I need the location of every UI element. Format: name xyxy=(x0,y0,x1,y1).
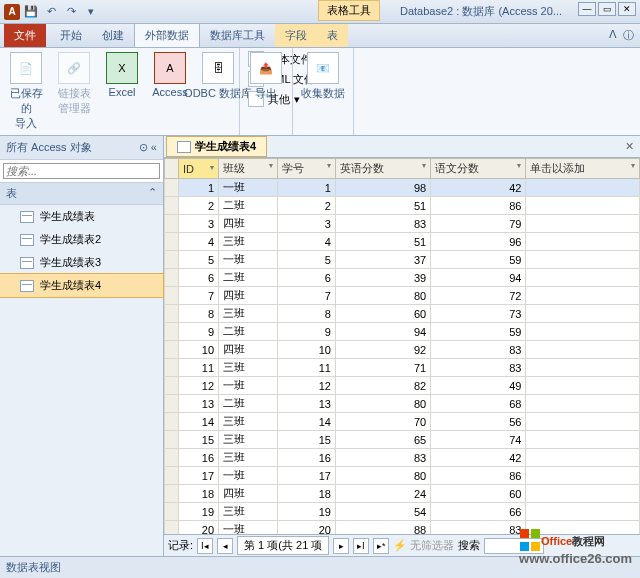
window-title: Database2 : 数据库 (Access 20... xyxy=(400,4,580,19)
nav-item[interactable]: 学生成绩表2 xyxy=(0,228,163,251)
restore-button[interactable]: ▭ xyxy=(598,2,616,16)
nav-last-button[interactable]: ▸Ⅰ xyxy=(353,538,369,554)
table-row[interactable]: 1一班19842 xyxy=(165,179,640,197)
column-dropdown-icon[interactable]: ▾ xyxy=(269,161,273,170)
qat-save-icon[interactable]: 💾 xyxy=(22,3,40,21)
nav-dropdown-icon[interactable]: ⊙ « xyxy=(139,141,157,154)
import-excel-button[interactable]: X Excel xyxy=(102,50,142,100)
column-dropdown-icon[interactable]: ▾ xyxy=(422,161,426,170)
saved-imports-icon: 📄 xyxy=(10,52,42,84)
table-row[interactable]: 6二班63994 xyxy=(165,269,640,287)
column-dropdown-icon[interactable]: ▾ xyxy=(210,163,214,172)
object-tab[interactable]: 学生成绩表4 xyxy=(166,136,267,157)
collect-icon: 📧 xyxy=(307,52,339,84)
row-selector[interactable] xyxy=(165,323,179,341)
row-selector[interactable] xyxy=(165,521,179,535)
collect-data-button[interactable]: 📧 收集数据 xyxy=(299,50,347,103)
table-row[interactable]: 17一班178086 xyxy=(165,467,640,485)
qat-more-icon[interactable]: ▾ xyxy=(82,3,100,21)
help-icon[interactable]: ⓘ xyxy=(623,28,634,43)
nav-new-button[interactable]: ▸* xyxy=(373,538,389,554)
column-header[interactable]: ID▾ xyxy=(179,159,219,179)
tab-fields[interactable]: 字段 xyxy=(275,24,317,47)
close-tab-icon[interactable]: ✕ xyxy=(619,140,640,153)
row-selector[interactable] xyxy=(165,449,179,467)
row-selector[interactable] xyxy=(165,359,179,377)
export-button[interactable]: 📤 导出 xyxy=(246,50,286,103)
table-row[interactable]: 13二班138068 xyxy=(165,395,640,413)
table-row[interactable]: 10四班109283 xyxy=(165,341,640,359)
row-selector[interactable] xyxy=(165,179,179,197)
datasheet-grid[interactable]: ID▾班级▾学号▾英语分数▾语文分数▾单击以添加▾ 1一班198422二班251… xyxy=(164,158,640,534)
qat-undo-icon[interactable]: ↶ xyxy=(42,3,60,21)
qat-redo-icon[interactable]: ↷ xyxy=(62,3,80,21)
column-dropdown-icon[interactable]: ▾ xyxy=(517,161,521,170)
column-dropdown-icon[interactable]: ▾ xyxy=(327,161,331,170)
table-row[interactable]: 4三班45196 xyxy=(165,233,640,251)
table-row[interactable]: 9二班99459 xyxy=(165,323,640,341)
nav-item[interactable]: 学生成绩表4 xyxy=(0,273,164,298)
table-row[interactable]: 14三班147056 xyxy=(165,413,640,431)
table-row[interactable]: 16三班168342 xyxy=(165,449,640,467)
nav-search-input[interactable] xyxy=(3,163,160,179)
nav-first-button[interactable]: Ⅰ◂ xyxy=(197,538,213,554)
record-navigator: 记录: Ⅰ◂ ◂ 第 1 项(共 21 项 ▸ ▸Ⅰ ▸* ⚡ 无筛选器 搜索 xyxy=(164,534,640,556)
tab-table[interactable]: 表 xyxy=(317,24,348,47)
saved-imports-button[interactable]: 📄 已保存的 导入 xyxy=(6,50,46,133)
row-selector[interactable] xyxy=(165,485,179,503)
row-selector[interactable] xyxy=(165,377,179,395)
row-selector[interactable] xyxy=(165,503,179,521)
nav-header[interactable]: 所有 Access 对象 ⊙ « xyxy=(0,136,163,160)
table-row[interactable]: 20一班208883 xyxy=(165,521,640,535)
row-selector[interactable] xyxy=(165,467,179,485)
column-header[interactable]: 单击以添加▾ xyxy=(526,159,640,179)
row-selector[interactable] xyxy=(165,395,179,413)
table-row[interactable]: 19三班195466 xyxy=(165,503,640,521)
nav-next-button[interactable]: ▸ xyxy=(333,538,349,554)
column-header[interactable]: 语文分数▾ xyxy=(431,159,526,179)
column-header[interactable]: 英语分数▾ xyxy=(335,159,430,179)
nav-section-tables[interactable]: 表 ⌃ xyxy=(0,183,163,205)
table-row[interactable]: 7四班78072 xyxy=(165,287,640,305)
import-odbc-button[interactable]: 🗄 ODBC 数据库 xyxy=(198,50,238,103)
close-button[interactable]: ✕ xyxy=(618,2,636,16)
select-all-cell[interactable] xyxy=(165,159,179,179)
table-row[interactable]: 2二班25186 xyxy=(165,197,640,215)
column-header[interactable]: 学号▾ xyxy=(277,159,335,179)
tab-external-data[interactable]: 外部数据 xyxy=(134,23,200,47)
row-selector[interactable] xyxy=(165,431,179,449)
table-icon xyxy=(20,257,34,269)
table-row[interactable]: 3四班38379 xyxy=(165,215,640,233)
collapse-icon[interactable]: ⌃ xyxy=(148,186,157,201)
object-tab-bar: 学生成绩表4 ✕ xyxy=(164,136,640,158)
record-search-input[interactable] xyxy=(484,538,544,554)
nav-prev-button[interactable]: ◂ xyxy=(217,538,233,554)
row-selector[interactable] xyxy=(165,233,179,251)
table-row[interactable]: 15三班156574 xyxy=(165,431,640,449)
column-dropdown-icon[interactable]: ▾ xyxy=(631,161,635,170)
column-header[interactable]: 班级▾ xyxy=(219,159,277,179)
row-selector[interactable] xyxy=(165,413,179,431)
nav-item[interactable]: 学生成绩表 xyxy=(0,205,163,228)
row-selector[interactable] xyxy=(165,197,179,215)
tab-file[interactable]: 文件 xyxy=(4,24,46,47)
table-row[interactable]: 18四班182460 xyxy=(165,485,640,503)
tab-dbtools[interactable]: 数据库工具 xyxy=(200,24,275,47)
row-selector[interactable] xyxy=(165,215,179,233)
table-row[interactable]: 5一班53759 xyxy=(165,251,640,269)
row-selector[interactable] xyxy=(165,287,179,305)
tab-create[interactable]: 创建 xyxy=(92,24,134,47)
table-row[interactable]: 12一班128249 xyxy=(165,377,640,395)
minimize-button[interactable]: — xyxy=(578,2,596,16)
row-selector[interactable] xyxy=(165,251,179,269)
record-counter: 第 1 项(共 21 项 xyxy=(237,536,329,555)
row-selector[interactable] xyxy=(165,269,179,287)
tab-home[interactable]: 开始 xyxy=(50,24,92,47)
row-selector[interactable] xyxy=(165,305,179,323)
nav-item[interactable]: 学生成绩表3 xyxy=(0,251,163,274)
table-row[interactable]: 8三班86073 xyxy=(165,305,640,323)
row-selector[interactable] xyxy=(165,341,179,359)
table-row[interactable]: 11三班117183 xyxy=(165,359,640,377)
status-bar: 数据表视图 xyxy=(0,556,640,578)
minimize-ribbon-icon[interactable]: ⴷ xyxy=(609,28,617,43)
